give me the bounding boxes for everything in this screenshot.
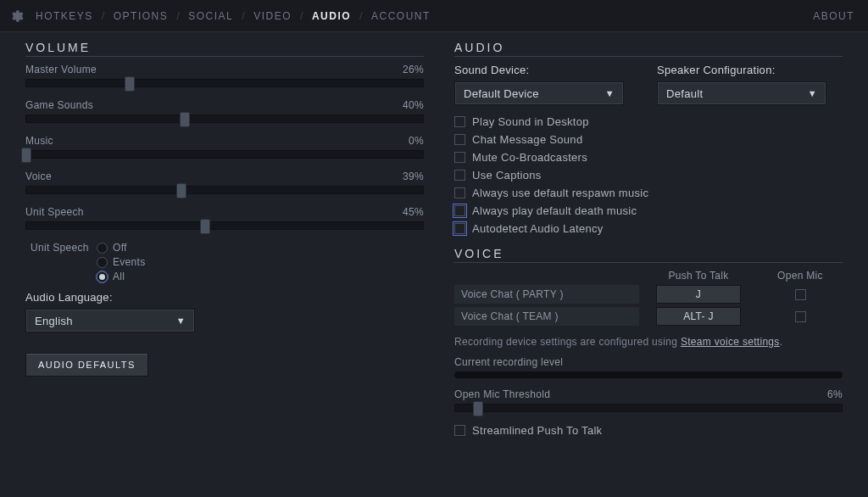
threshold-value: 6% [827, 388, 843, 400]
checkbox-label: Autodetect Audio Latency [472, 222, 604, 235]
audio-language-label: Audio Language: [25, 291, 424, 304]
slider-label: Unit Speech [25, 206, 84, 218]
rec-level-label: Current recording level [454, 356, 563, 368]
audio-language-select[interactable]: English ▼ [25, 309, 195, 332]
checkbox-label: Always use default respawn music [472, 187, 648, 199]
threshold-label: Open Mic Threshold [454, 388, 550, 400]
volume-slider[interactable] [25, 79, 424, 87]
top-bar: HOTKEYS/OPTIONS/SOCIAL/VIDEO/AUDIO/ACCOU… [0, 0, 868, 32]
voice-title: VOICE [454, 247, 843, 260]
open-mic-checkbox[interactable] [795, 289, 806, 300]
divider [454, 262, 843, 263]
divider [25, 56, 424, 57]
slider-label: Voice [25, 170, 52, 182]
checkbox[interactable] [454, 187, 465, 198]
checkbox[interactable] [454, 170, 465, 181]
checkbox-label: Always play default death music [472, 204, 637, 217]
threshold-slider[interactable] [454, 404, 843, 412]
radio-off[interactable] [97, 243, 108, 254]
keybind[interactable]: ALT- J [656, 307, 741, 326]
gear-icon[interactable] [8, 8, 24, 24]
push-to-talk-header: Push To Talk [656, 270, 741, 282]
audio-language-value: English [35, 315, 73, 327]
volume-slider[interactable] [25, 221, 424, 230]
nav-hotkeys[interactable]: HOTKEYS [36, 10, 93, 22]
sound-device-select[interactable]: Default Device ▼ [454, 81, 624, 105]
divider [454, 56, 843, 57]
nav-audio[interactable]: AUDIO [312, 10, 351, 22]
radio-off-label: Off [113, 242, 127, 254]
checkbox[interactable] [454, 205, 465, 216]
slider-thumb[interactable] [176, 183, 186, 198]
checkbox-label: Play Sound in Desktop [472, 115, 589, 128]
slider-thumb[interactable] [180, 112, 190, 127]
recording-level-meter [454, 371, 843, 378]
checkbox[interactable] [454, 152, 465, 163]
open-mic-header: Open Mic [758, 270, 843, 282]
speaker-config-value: Default [666, 87, 703, 100]
audio-title: AUDIO [454, 41, 843, 54]
nav-social[interactable]: SOCIAL [188, 10, 233, 22]
slider-value: 39% [403, 170, 424, 182]
volume-slider[interactable] [25, 150, 424, 159]
slider-label: Master Volume [25, 64, 97, 75]
volume-slider[interactable] [25, 114, 424, 123]
slider-thumb[interactable] [200, 219, 210, 234]
checkbox[interactable] [454, 223, 465, 234]
radio-events[interactable] [97, 257, 108, 268]
slider-thumb[interactable] [21, 148, 31, 163]
steam-voice-settings-link[interactable]: Steam voice settings [681, 336, 780, 348]
nav-account[interactable]: ACCOUNT [371, 10, 431, 22]
speaker-config-label: Speaker Configuration: [657, 64, 843, 76]
nav-options[interactable]: OPTIONS [114, 10, 169, 22]
slider-label: Music [25, 135, 53, 147]
slider-value: 40% [403, 99, 424, 111]
radio-all-label: All [113, 271, 125, 282]
streamlined-ptt-checkbox[interactable] [454, 425, 465, 436]
chevron-down-icon: ▼ [176, 316, 186, 326]
slider-thumb[interactable] [473, 401, 483, 416]
voice-row-label: Voice Chat ( TEAM ) [454, 307, 639, 326]
slider-value: 26% [403, 64, 424, 75]
slider-thumb[interactable] [125, 76, 135, 92]
nav-video[interactable]: VIDEO [253, 10, 292, 22]
volume-slider[interactable] [25, 186, 424, 194]
streamlined-ptt-label: Streamlined Push To Talk [472, 424, 602, 437]
chevron-down-icon: ▼ [808, 88, 817, 98]
checkbox-label: Chat Message Sound [472, 133, 582, 146]
slider-label: Game Sounds [25, 99, 93, 111]
keybind[interactable]: J [656, 285, 741, 304]
nav-tabs: HOTKEYS/OPTIONS/SOCIAL/VIDEO/AUDIO/ACCOU… [36, 9, 813, 22]
slider-value: 0% [409, 135, 424, 147]
speaker-config-select[interactable]: Default ▼ [657, 81, 826, 105]
sound-device-value: Default Device [464, 87, 539, 100]
radio-events-label: Events [113, 256, 146, 268]
open-mic-checkbox[interactable] [795, 311, 806, 322]
radio-all[interactable] [97, 271, 108, 282]
checkbox[interactable] [454, 134, 465, 145]
slider-value: 45% [403, 206, 424, 218]
nav-about[interactable]: ABOUT [813, 10, 854, 22]
unit-speech-radios: Unit Speech Off Events All [31, 242, 424, 282]
sound-device-label: Sound Device: [454, 64, 640, 76]
chevron-down-icon: ▼ [605, 88, 615, 98]
voice-row-label: Voice Chat ( PARTY ) [454, 285, 639, 304]
checkbox-label: Mute Co-Broadcasters [472, 151, 587, 164]
recording-hint: Recording device settings are configured… [454, 336, 843, 348]
checkbox[interactable] [454, 116, 465, 127]
audio-defaults-button[interactable]: AUDIO DEFAULTS [25, 353, 148, 377]
checkbox-label: Use Captions [472, 169, 542, 181]
unit-speech-label: Unit Speech [31, 242, 92, 254]
volume-title: VOLUME [25, 41, 424, 54]
